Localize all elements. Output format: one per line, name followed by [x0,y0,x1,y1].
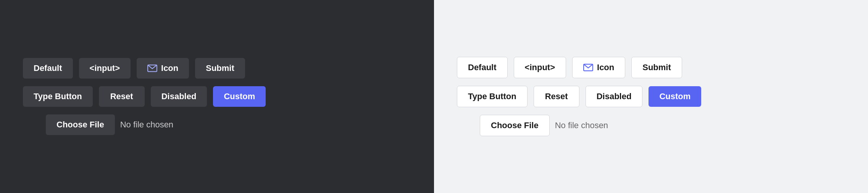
light-icon-label: Icon [597,63,614,72]
light-type-button[interactable]: Type Button [457,86,528,107]
dark-row-2: Type Button Reset Disabled Custom [23,86,266,107]
dark-submit-button[interactable]: Submit [195,58,245,79]
light-file-row: Choose File No file chosen [480,115,608,136]
dark-reset-button[interactable]: Reset [99,86,145,107]
light-reset-button[interactable]: Reset [534,86,579,107]
light-choose-file-button[interactable]: Choose File [480,115,550,136]
envelope-icon-light [583,64,593,71]
dark-custom-button[interactable]: Custom [213,86,266,107]
dark-file-row: Choose File No file chosen [46,114,173,135]
light-disabled-button[interactable]: Disabled [586,86,643,107]
light-file-label: No file chosen [555,121,608,130]
envelope-icon [147,64,157,72]
light-custom-button[interactable]: Custom [649,86,701,107]
dark-icon-button[interactable]: Icon [137,58,189,79]
dark-file-label: No file chosen [120,120,173,130]
light-row-1: Default <input> Icon Submit [457,57,682,78]
dark-icon-label: Icon [161,63,178,73]
light-panel: Default <input> Icon Submit Type Button … [434,0,868,193]
light-icon-button[interactable]: Icon [572,57,625,78]
dark-choose-file-button[interactable]: Choose File [46,114,115,135]
light-input-button[interactable]: <input> [514,57,566,78]
dark-input-button[interactable]: <input> [79,58,131,79]
light-default-button[interactable]: Default [457,57,508,78]
dark-default-button[interactable]: Default [23,58,73,79]
dark-row-1: Default <input> Icon Submit [23,58,245,79]
light-submit-button[interactable]: Submit [631,57,682,78]
dark-panel: Default <input> Icon Submit Type Button … [0,0,434,193]
light-row-2: Type Button Reset Disabled Custom [457,86,701,107]
dark-disabled-button[interactable]: Disabled [151,86,207,107]
dark-type-button[interactable]: Type Button [23,86,93,107]
